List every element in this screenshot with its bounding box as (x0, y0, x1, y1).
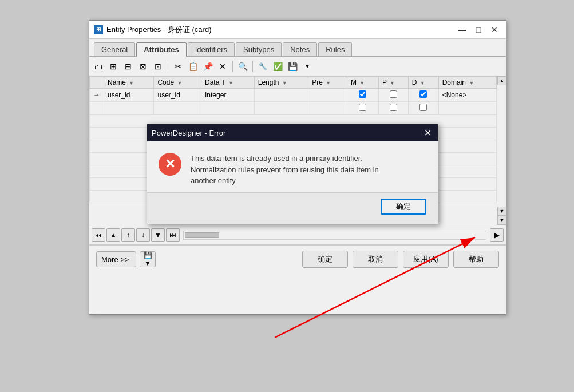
save-dropdown-button[interactable]: 💾▼ (140, 251, 156, 267)
scroll-down-btn2[interactable]: ▼ (497, 216, 506, 225)
toolbar-btn-grid2[interactable]: ⊠ (136, 60, 150, 73)
apply-button[interactable]: 应用(A) (403, 251, 449, 268)
tab-rules[interactable]: Rules (318, 42, 352, 56)
th-name[interactable]: Name ▼ (104, 77, 154, 89)
toolbar-btn-remove-row[interactable]: ⊟ (121, 60, 135, 73)
vertical-scrollbar[interactable]: ▲ ▼ ▼ (497, 76, 506, 225)
cell-domain-2[interactable] (438, 102, 496, 115)
th-m[interactable]: M ▼ (347, 77, 378, 89)
dialog-content: ✕ This data item is already used in a pr… (147, 141, 438, 192)
cell-m-1[interactable] (347, 89, 378, 102)
ok-button[interactable]: 确定 (302, 251, 348, 268)
th-pre[interactable]: Pre ▼ (308, 77, 347, 89)
dialog-message-line1: This data item is already used in a prim… (191, 153, 379, 164)
footer: More >> 💾▼ 确定 取消 应用(A) 帮助 (89, 244, 506, 273)
cell-name-1[interactable]: user_id (104, 89, 154, 102)
minimize-button[interactable]: — (456, 24, 469, 35)
th-length[interactable]: Length ▼ (254, 77, 308, 89)
cell-d-1[interactable] (408, 89, 438, 102)
toolbar-btn-save[interactable]: 💾 (286, 60, 299, 73)
footer-right: 确定 取消 应用(A) 帮助 (302, 251, 499, 268)
cell-length-1[interactable] (254, 89, 308, 102)
scroll-up-btn[interactable]: ▲ (497, 76, 506, 85)
toolbar-btn-grid[interactable]: 🗃 (92, 60, 105, 73)
toolbar-btn-cut[interactable]: ✂ (171, 60, 185, 73)
toolbar-btn-dropdown[interactable]: ▼ (300, 60, 314, 73)
toolbar-sep-2 (232, 61, 233, 72)
cell-datatype-1[interactable]: Integer (201, 89, 255, 102)
cell-length-2[interactable] (254, 102, 308, 115)
checkbox-m-2[interactable] (359, 104, 366, 111)
dialog-ok-button[interactable]: 确定 (381, 199, 426, 215)
nav-first-btn[interactable]: ⏮ (92, 228, 105, 242)
toolbar-sep-1 (168, 61, 168, 72)
th-datatype[interactable]: Data T ▼ (201, 77, 255, 89)
th-code[interactable]: Code ▼ (154, 77, 201, 89)
horizontal-scrollbar[interactable] (183, 231, 486, 240)
toolbar-btn-add-row[interactable]: ⊞ (106, 60, 120, 73)
cell-domain-1[interactable]: <None> (438, 89, 496, 102)
nav-last-btn[interactable]: ⏭ (166, 228, 180, 242)
tab-general[interactable]: General (94, 42, 135, 56)
cell-pre-1[interactable] (308, 89, 347, 102)
checkbox-d-1[interactable] (419, 90, 427, 98)
dialog-close-button[interactable]: ✕ (422, 127, 433, 138)
toolbar-btn-paste[interactable]: 📌 (201, 60, 215, 73)
cell-code-1[interactable]: user_id (154, 89, 201, 102)
window-icon: ⊞ (94, 25, 103, 34)
nav-expand-btn[interactable]: ▶ (490, 228, 504, 242)
bottom-nav: ⏮ ▲ ↑ ↓ ▼ ⏭ ▶ (89, 225, 506, 244)
toolbar-btn-grid3[interactable]: ⊡ (151, 60, 165, 73)
cell-p-2[interactable] (378, 102, 408, 115)
th-row-indicator (90, 77, 104, 89)
row-indicator-2 (90, 102, 104, 115)
checkbox-p-2[interactable] (390, 104, 397, 111)
dialog-message-line3: another entity (191, 175, 379, 187)
dialog-message-line2: Normalization rules prevent from reusing… (191, 164, 379, 176)
cell-code-2[interactable] (154, 102, 201, 115)
tab-notes[interactable]: Notes (283, 42, 317, 56)
toolbar-sep-3 (252, 61, 253, 72)
scroll-track[interactable] (497, 85, 506, 207)
entity-properties-window: ⊞ Entity Properties - 身份证 (card) — □ ✕ G… (89, 20, 506, 315)
row-arrow: → (90, 89, 104, 102)
error-icon: ✕ (159, 153, 181, 176)
cell-pre-2[interactable] (308, 102, 347, 115)
th-p[interactable]: P ▼ (378, 77, 408, 89)
cell-d-2[interactable] (408, 102, 438, 115)
close-button[interactable]: ✕ (488, 24, 501, 35)
scroll-down-btn1[interactable]: ▼ (497, 207, 506, 216)
error-x-symbol: ✕ (165, 158, 175, 171)
nav-next-btn[interactable]: ↓ (136, 228, 150, 242)
cell-datatype-2[interactable] (201, 102, 255, 115)
cell-name-2[interactable] (104, 102, 154, 115)
table-row (90, 102, 497, 115)
window-title: Entity Properties - 身份证 (card) (106, 25, 212, 35)
tab-identifiers[interactable]: Identifiers (188, 42, 235, 56)
cell-p-1[interactable] (378, 89, 408, 102)
toolbar-btn-search[interactable]: 🔍 (236, 60, 250, 73)
nav-up-btn[interactable]: ▲ (106, 228, 120, 242)
tabs-bar: General Attributes Identifiers Subtypes … (89, 39, 506, 57)
toolbar-btn-validate[interactable]: ✅ (271, 60, 284, 73)
nav-down-btn[interactable]: ▼ (151, 228, 165, 242)
toolbar-btn-filter[interactable]: 🔧 (256, 60, 270, 73)
th-domain[interactable]: Domain ▼ (438, 77, 496, 89)
th-d[interactable]: D ▼ (408, 77, 438, 89)
footer-left: More >> 💾▼ (96, 251, 156, 267)
more-button[interactable]: More >> (96, 251, 136, 267)
toolbar-btn-copy[interactable]: 📋 (186, 60, 200, 73)
tab-attributes[interactable]: Attributes (136, 42, 186, 57)
restore-button[interactable]: □ (472, 24, 485, 35)
nav-prev-btn[interactable]: ↑ (121, 228, 135, 242)
tab-subtypes[interactable]: Subtypes (236, 42, 282, 56)
title-bar-controls: — □ ✕ (456, 24, 501, 35)
checkbox-d-2[interactable] (419, 104, 427, 111)
cell-m-2[interactable] (347, 102, 378, 115)
checkbox-m-1[interactable] (359, 90, 366, 98)
toolbar-btn-delete[interactable]: ✕ (216, 60, 229, 73)
checkbox-p-1[interactable] (390, 90, 397, 98)
dialog-title: PowerDesigner - Error (152, 129, 225, 137)
cancel-button[interactable]: 取消 (353, 251, 398, 268)
help-button[interactable]: 帮助 (453, 251, 499, 268)
